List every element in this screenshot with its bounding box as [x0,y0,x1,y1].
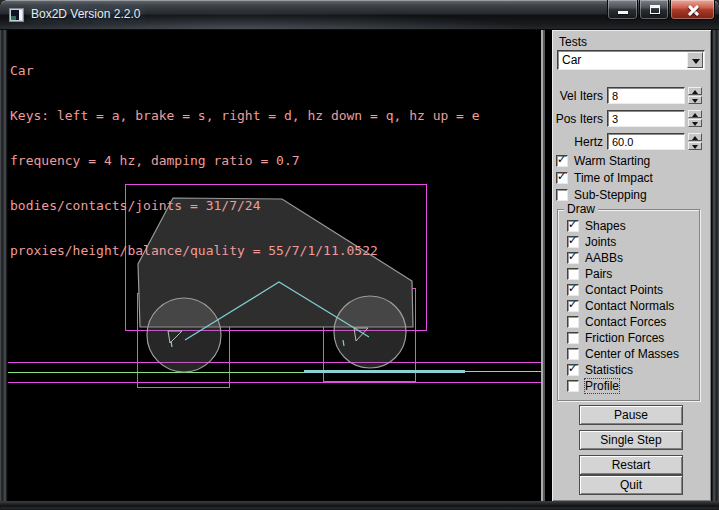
dropdown-arrow-button[interactable] [687,52,703,68]
checkbox-box: ✓ [567,348,579,360]
left-wheel [147,298,221,372]
window-border-left [0,30,8,501]
quit-button[interactable]: Quit [579,475,683,495]
stats-line-proxies: proxies/height/balance/quality = 55/7/1/… [10,243,480,258]
checkbox-profile[interactable]: ✓ Profile [567,379,619,393]
checkbox-pairs[interactable]: ✓ Pairs [567,267,612,281]
app-icon [9,8,24,22]
pos-iters-spinner [688,110,702,127]
checkbox-aabbs[interactable]: ✓ AABBs [567,251,623,265]
arrow-down-icon [692,99,698,103]
checkbox-shapes[interactable]: ✓ Shapes [567,219,626,233]
checkbox-box: ✓ [567,300,579,312]
checkbox-box: ✓ [567,284,579,296]
app-icon-accent [11,16,16,20]
checkbox-joints[interactable]: ✓ Joints [567,235,616,249]
checkbox-contact-points[interactable]: ✓ Contact Points [567,283,663,297]
stats-line-title: Car [10,63,480,78]
check-icon: ✓ [568,362,577,375]
arrow-down-icon [692,145,698,149]
checkbox-label: Center of Masses [585,347,679,361]
stats-line-keys: Keys: left = a, brake = s, right = d, hz… [10,108,480,123]
close-button[interactable] [670,0,715,20]
arrow-up-icon [692,90,698,94]
simulation-canvas[interactable]: Car Keys: left = a, brake = s, right = d… [8,30,541,501]
checkbox-label: AABBs [585,251,623,265]
arrow-up-icon [692,136,698,140]
restart-button[interactable]: Restart [579,455,683,475]
checkbox-contact-forces[interactable]: ✓ Contact Forces [567,315,666,329]
vel-iters-label: Vel Iters [552,89,603,103]
right-wheel [334,296,406,368]
checkbox-statistics[interactable]: ✓ Statistics [567,363,633,377]
maximize-icon [650,5,660,14]
close-icon [687,4,700,16]
maximize-button[interactable] [639,0,669,20]
checkbox-sub-stepping[interactable]: ✓ Sub-Stepping [556,188,647,202]
check-icon: ✓ [568,282,577,295]
hertz-label: Hertz [552,135,603,149]
checkbox-label: Statistics [585,363,633,377]
tests-dropdown-value: Car [562,53,581,67]
checkbox-label: Profile [585,379,619,393]
checkbox-box: ✓ [567,236,579,248]
pos-iters-down-button[interactable] [688,119,702,127]
pos-iters-label: Pos Iters [552,112,603,126]
pause-button[interactable]: Pause [579,405,683,425]
hertz-up-button[interactable] [688,133,702,141]
checkbox-box: ✓ [556,172,568,184]
vel-iters-input[interactable]: 8 [607,87,685,104]
checkbox-contact-normals[interactable]: ✓ Contact Normals [567,299,674,313]
control-panel: Tests Car Vel Iters 8 Pos Iters 3 H [552,30,711,501]
checkbox-label: Contact Forces [585,315,666,329]
checkbox-box: ✓ [556,155,568,167]
hertz-row: Hertz 60.0 [552,133,711,150]
hertz-input[interactable]: 60.0 [607,133,685,150]
checkbox-friction-forces[interactable]: ✓ Friction Forces [567,331,664,345]
checkbox-time-of-impact[interactable]: ✓ Time of Impact [556,171,653,185]
checkbox-box: ✓ [567,364,579,376]
arrow-up-icon [692,113,698,117]
checkbox-label: Contact Normals [585,299,674,313]
stats-line-bodies: bodies/contacts/joints = 31/7/24 [10,198,480,213]
checkbox-center-of-masses[interactable]: ✓ Center of Masses [567,347,679,361]
checkbox-label: Joints [585,235,616,249]
minimize-icon [618,11,628,14]
app-window: Box2D Version 2.2.0 [0,0,719,510]
checkbox-label: Warm Starting [574,154,650,168]
checkbox-label: Time of Impact [574,171,653,185]
check-icon: ✓ [568,250,577,263]
check-icon: ✓ [568,298,577,311]
tests-label: Tests [559,35,587,49]
check-icon: ✓ [568,234,577,247]
checkbox-box: ✓ [567,252,579,264]
checkbox-label: Pairs [585,267,612,281]
title-bar[interactable]: Box2D Version 2.2.0 [0,0,719,30]
stats-text: Car Keys: left = a, brake = s, right = d… [10,33,480,288]
check-icon: ✓ [557,170,566,183]
draw-group-box: Draw ✓ Shapes ✓ Joints ✓ AABBs ✓ Pairs ✓… [557,209,700,401]
checkbox-warm-starting[interactable]: ✓ Warm Starting [556,154,650,168]
app-icon-bar [19,10,22,20]
hertz-down-button[interactable] [688,142,702,150]
single-step-button[interactable]: Single Step [579,430,683,450]
pos-iters-row: Pos Iters 3 [552,110,711,127]
draw-group-title: Draw [564,202,598,216]
vel-iters-down-button[interactable] [688,96,702,104]
vel-iters-up-button[interactable] [688,87,702,95]
pos-iters-input[interactable]: 3 [607,110,685,127]
tests-dropdown[interactable]: Car [557,50,705,70]
window-border-right [711,30,719,501]
arrow-down-icon [692,122,698,126]
checkbox-box: ✓ [567,268,579,280]
checkbox-box: ✓ [567,332,579,344]
minimize-button[interactable] [607,0,638,20]
pos-iters-up-button[interactable] [688,110,702,118]
window-border-bottom [0,501,719,510]
panel-divider-gap [545,30,552,501]
checkbox-box: ✓ [567,220,579,232]
stats-line-frequency: frequency = 4 hz, damping ratio = 0.7 [10,153,480,168]
hertz-spinner [688,133,702,150]
checkbox-label: Sub-Stepping [574,188,647,202]
chevron-down-icon [692,59,700,64]
